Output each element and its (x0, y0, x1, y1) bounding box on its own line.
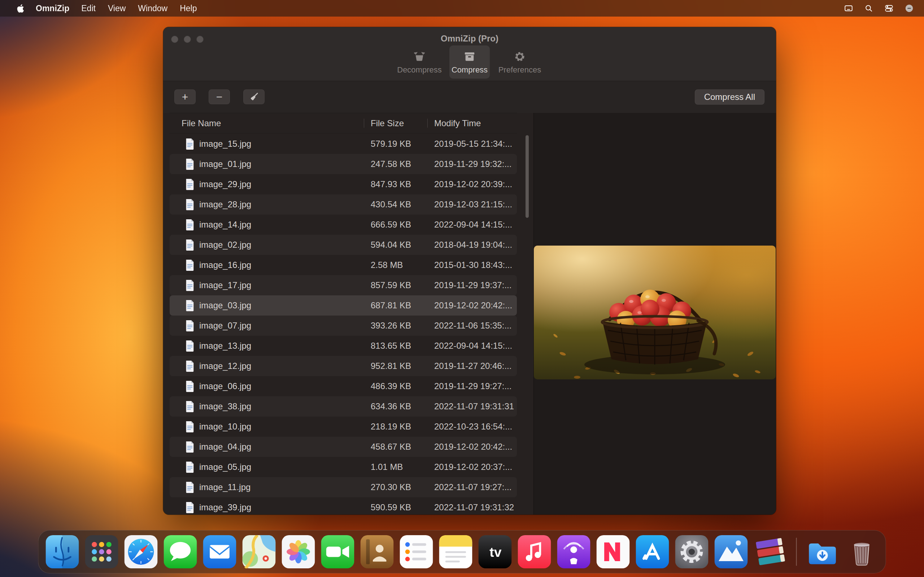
file-icon (185, 280, 195, 291)
file-icon (185, 320, 195, 331)
file-size-label: 634.36 KB (364, 401, 427, 411)
table-row[interactable]: image_12.jpg 952.81 KB 2019-11-27 20:46:… (170, 356, 517, 376)
window-toolbar: + − Compress All (163, 82, 776, 113)
file-size-label: 1.01 MB (364, 462, 427, 472)
menu-item-window[interactable]: Window (132, 3, 174, 13)
table-row[interactable]: image_13.jpg 813.65 KB 2022-09-04 14:15:… (170, 336, 517, 356)
dock-item-trash[interactable] (845, 535, 879, 568)
file-time-label: 2019-12-02 20:37:... (427, 462, 517, 472)
dock-item-photos[interactable] (282, 535, 315, 568)
search-icon[interactable] (864, 3, 874, 13)
file-time-label: 2022-09-04 14:15:... (427, 220, 517, 230)
dock-item-mountain-app[interactable] (715, 535, 748, 568)
dock-item-reminders[interactable] (400, 535, 433, 568)
apple-icon (16, 4, 24, 13)
table-row[interactable]: image_17.jpg 857.59 KB 2019-11-29 19:37:… (170, 275, 517, 295)
menu-item-view[interactable]: View (102, 3, 132, 13)
dock-item-system-settings[interactable] (675, 535, 709, 568)
dock-item-app-store[interactable] (636, 535, 669, 568)
dock-item-downloads[interactable] (806, 535, 839, 568)
file-time-label: 2019-12-02 20:39:... (427, 179, 517, 189)
table-row[interactable]: image_05.jpg 1.01 MB 2019-12-02 20:37:..… (170, 457, 517, 477)
dock-item-contacts[interactable] (360, 535, 394, 568)
tab-compress[interactable]: Compress (449, 45, 490, 79)
table-row[interactable]: image_11.jpg 270.30 KB 2022-11-07 19:27:… (170, 477, 517, 497)
preferences-gear-icon (514, 50, 526, 63)
display-icon[interactable] (844, 3, 853, 13)
table-row[interactable]: image_06.jpg 486.39 KB 2019-11-29 19:27:… (170, 376, 517, 396)
dock-item-launchpad[interactable] (85, 535, 118, 568)
file-time-label: 2019-11-29 19:27:... (427, 381, 517, 391)
tab-decompress[interactable]: Decompress (393, 45, 446, 79)
file-time-label: 2022-10-23 16:54:... (427, 422, 517, 432)
preview-image (534, 246, 775, 379)
dock-item-podcasts[interactable] (557, 535, 591, 568)
column-modify-time[interactable]: Modify Time (427, 113, 517, 133)
table-row[interactable]: image_07.jpg 393.26 KB 2022-11-06 15:35:… (170, 316, 517, 336)
tab-preferences[interactable]: Preferences (493, 45, 547, 79)
window-titlebar[interactable]: OmniZip (Pro) Decompress Compress Prefer… (163, 27, 776, 81)
file-time-label: 2019-11-29 19:37:... (427, 280, 517, 290)
file-time-label: 2019-11-27 20:46:... (427, 361, 517, 371)
table-row[interactable]: image_03.jpg 687.81 KB 2019-12-02 20:42:… (170, 295, 517, 316)
dock-item-safari[interactable] (124, 535, 158, 568)
menu-bar: OmniZip Edit View Window Help (0, 0, 924, 16)
dock-item-tv[interactable]: tv (478, 535, 512, 568)
add-file-button[interactable]: + (174, 89, 195, 104)
dock-item-facetime[interactable] (321, 535, 354, 568)
tab-compress-label: Compress (452, 65, 488, 75)
table-row[interactable]: image_04.jpg 458.67 KB 2019-12-02 20:42:… (170, 437, 517, 457)
menu-item-edit[interactable]: Edit (75, 3, 102, 13)
dock-item-music[interactable] (518, 535, 551, 568)
compress-all-button[interactable]: Compress All (695, 89, 764, 105)
file-time-label: 2018-04-19 19:04:... (427, 240, 517, 250)
clear-list-button[interactable] (243, 89, 265, 104)
file-size-label: 270.30 KB (364, 482, 427, 492)
file-name-label: image_02.jpg (199, 240, 251, 250)
vertical-scrollbar[interactable] (525, 135, 529, 218)
file-name-label: image_10.jpg (199, 422, 251, 432)
decompress-icon (413, 50, 426, 63)
control-center-icon[interactable] (884, 3, 894, 13)
table-row[interactable]: image_15.jpg 579.19 KB 2019-05-15 21:34:… (170, 134, 517, 154)
column-file-name[interactable]: File Name (170, 113, 364, 133)
file-time-label: 2022-11-06 15:35:... (427, 321, 517, 331)
menu-item-help[interactable]: Help (174, 3, 203, 13)
file-name-label: image_05.jpg (199, 462, 251, 472)
file-icon (185, 401, 195, 412)
file-icon (185, 239, 195, 251)
table-row[interactable]: image_38.jpg 634.36 KB 2022-11-07 19:31:… (170, 396, 517, 416)
broom-icon (249, 92, 259, 102)
remove-file-button[interactable]: − (208, 89, 230, 104)
dock-item-news[interactable] (597, 535, 630, 568)
file-size-label: 579.19 KB (364, 139, 427, 149)
table-row[interactable]: image_39.jpg 590.59 KB 2022-11-07 19:31:… (170, 497, 517, 515)
table-row[interactable]: image_16.jpg 2.58 MB 2015-01-30 18:43:..… (170, 255, 517, 275)
dock-item-omnizip-books[interactable] (754, 535, 787, 568)
dock-item-notes[interactable] (439, 535, 472, 568)
dock-item-mail[interactable] (203, 535, 236, 568)
apple-menu[interactable] (11, 4, 30, 13)
user-switch-icon[interactable] (905, 3, 914, 13)
file-time-label: 2022-09-04 14:15:... (427, 341, 517, 351)
file-icon (185, 300, 195, 311)
table-row[interactable]: image_01.jpg 247.58 KB 2019-11-29 19:32:… (170, 154, 517, 174)
table-row[interactable]: image_10.jpg 218.19 KB 2022-10-23 16:54:… (170, 416, 517, 437)
table-row[interactable]: image_29.jpg 847.93 KB 2019-12-02 20:39:… (170, 174, 517, 194)
table-row[interactable]: image_14.jpg 666.59 KB 2022-09-04 14:15:… (170, 214, 517, 235)
table-row[interactable]: image_28.jpg 430.54 KB 2019-12-03 21:15:… (170, 194, 517, 214)
dock-item-messages[interactable] (164, 535, 197, 568)
column-file-size[interactable]: File Size (364, 113, 427, 133)
file-icon (185, 340, 195, 351)
file-name-label: image_13.jpg (199, 341, 251, 351)
dock-item-maps[interactable] (242, 535, 276, 568)
file-icon (185, 219, 195, 230)
table-row[interactable]: image_02.jpg 594.04 KB 2018-04-19 19:04:… (170, 235, 517, 255)
menu-left: OmniZip Edit View Window Help (0, 3, 203, 13)
file-icon (185, 199, 195, 210)
file-size-label: 2.58 MB (364, 260, 427, 270)
file-name-label: image_39.jpg (199, 502, 251, 513)
dock-item-finder[interactable] (46, 535, 79, 568)
menu-app-name[interactable]: OmniZip (30, 3, 75, 13)
file-time-label: 2019-05-15 21:34:... (427, 139, 517, 149)
